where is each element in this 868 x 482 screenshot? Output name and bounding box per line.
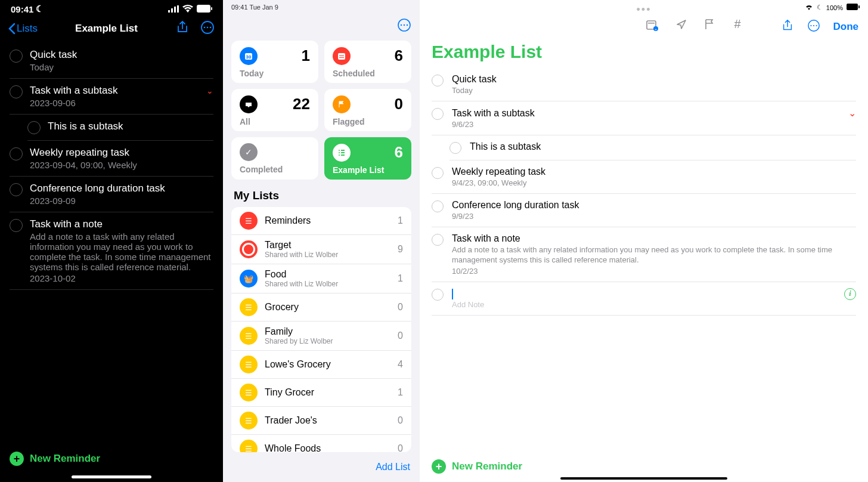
list-count: 0 (398, 415, 403, 426)
phone-task-list[interactable]: Quick taskToday Task with a subtask⌄2023… (0, 43, 223, 442)
main-list-title: Example List (420, 39, 868, 68)
task-note: Add a note to a task with any related in… (452, 245, 856, 265)
smart-completed[interactable]: ✓Completed (231, 137, 318, 180)
svg-rect-22 (341, 152, 345, 153)
list-item[interactable]: ☰Whole Foods0 (231, 435, 411, 452)
task-radio[interactable] (432, 200, 444, 212)
flag-icon[interactable] (704, 18, 715, 35)
list-name: Whole Foods (265, 443, 390, 452)
example-count: 6 (395, 143, 403, 162)
more-icon[interactable] (200, 20, 215, 37)
share-icon[interactable] (175, 20, 190, 37)
task-row[interactable]: Quick taskToday (432, 68, 856, 101)
plus-icon: + (10, 452, 24, 466)
svg-point-21 (339, 152, 340, 153)
list-item[interactable]: ☰Tiny Grocer1 (231, 379, 411, 407)
my-lists-header: My Lists (223, 180, 420, 207)
task-row[interactable]: Task with a noteAdd a note to a task wit… (432, 227, 856, 282)
list-item[interactable]: ☰FamilyShared by Liz Wolber0 (231, 322, 411, 351)
location-icon[interactable] (675, 18, 687, 35)
main-task-list[interactable]: Quick taskToday Task with a subtask⌄9/6/… (420, 68, 868, 316)
task-date: 2023-10-02 (30, 273, 213, 283)
task-radio[interactable] (432, 234, 444, 246)
ipad-status-left: 09:41 Tue Jan 9 (223, 0, 420, 14)
task-row[interactable]: Task with a noteAdd a note to a task wit… (10, 212, 213, 290)
task-radio[interactable] (10, 183, 23, 196)
chevron-down-icon[interactable]: ⌄ (848, 107, 856, 119)
list-icon: ☰ (240, 327, 258, 345)
task-row[interactable]: Weekly repeating task2023-09-04, 09:00, … (10, 141, 213, 177)
more-icon[interactable] (807, 19, 820, 35)
list-count: 0 (398, 302, 403, 313)
list-item[interactable]: ☰Lowe's Grocery4 (231, 351, 411, 379)
more-icon[interactable] (397, 18, 411, 35)
home-indicator[interactable] (560, 477, 727, 480)
task-row[interactable]: Task with a subtask⌄2023-09-06 (10, 79, 213, 115)
list-icon (333, 144, 351, 162)
list-icon: ☰ (240, 356, 258, 373)
done-button[interactable]: Done (833, 21, 859, 33)
info-icon[interactable]: i (844, 288, 856, 300)
svg-point-11 (401, 24, 402, 26)
cart-icon: 🧺 (240, 270, 258, 288)
list-name: Lowe's Grocery (265, 359, 390, 370)
home-indicator[interactable] (72, 475, 151, 478)
today-count: 1 (302, 47, 310, 65)
calendar-keyboard-icon[interactable]: + (646, 18, 659, 35)
smart-today[interactable]: 301Today (231, 41, 318, 83)
task-row[interactable]: Weekly repeating task9/4/23, 09:00, Week… (432, 160, 856, 194)
wifi-icon (805, 4, 813, 11)
task-row[interactable]: Conference long duration task2023-09-09 (10, 177, 213, 212)
list-item[interactable]: TargetShared with Liz Wolber9 (231, 235, 411, 264)
task-radio[interactable] (432, 167, 444, 179)
list-item[interactable]: ☰Reminders1 (231, 207, 411, 235)
task-title: Quick task (452, 74, 856, 85)
share-icon[interactable] (781, 19, 794, 35)
task-row[interactable]: Conference long duration task9/9/23 (432, 194, 856, 227)
list-name: Family (265, 326, 390, 337)
task-radio[interactable] (450, 142, 461, 154)
list-name: Food (265, 269, 390, 280)
scheduled-label: Scheduled (333, 69, 403, 78)
task-row-subtask[interactable]: This is a subtask (450, 135, 856, 160)
smart-flagged[interactable]: 0Flagged (324, 89, 411, 131)
smart-example-list[interactable]: 6Example List (324, 137, 411, 180)
task-radio[interactable] (10, 219, 23, 232)
svg-rect-26 (858, 5, 860, 8)
task-radio[interactable] (432, 75, 444, 86)
task-row[interactable]: Quick taskToday (10, 43, 213, 79)
svg-rect-5 (211, 7, 212, 10)
smart-lists-grid: 301Today 6Scheduled 22All 0Flagged ✓Comp… (223, 41, 420, 180)
back-button[interactable]: Lists (8, 23, 38, 35)
svg-text:#: # (734, 18, 741, 30)
task-row-subtask[interactable]: This is a subtask (27, 115, 213, 141)
new-task-row[interactable]: iAdd Note (432, 282, 856, 316)
task-title: Task with a note (452, 233, 856, 244)
battery-icon (847, 4, 860, 11)
add-list-button[interactable]: Add List (376, 462, 410, 472)
add-note-placeholder[interactable]: Add Note (452, 300, 856, 309)
task-title: Weekly repeating task (452, 166, 856, 177)
task-radio[interactable] (10, 50, 23, 63)
smart-scheduled[interactable]: 6Scheduled (324, 41, 411, 83)
list-item[interactable]: ☰Grocery0 (231, 293, 411, 322)
task-radio[interactable] (27, 121, 41, 134)
list-item[interactable]: ☰Trader Joe's0 (231, 407, 411, 435)
task-row[interactable]: Task with a subtask⌄9/6/23 (432, 101, 856, 135)
tag-icon[interactable]: # (731, 18, 743, 35)
list-icon: ☰ (240, 212, 258, 230)
svg-text:+: + (655, 27, 657, 31)
task-radio[interactable] (10, 85, 23, 98)
new-reminder-button[interactable]: + New Reminder (0, 442, 223, 475)
list-shared: Shared by Liz Wolber (265, 337, 390, 345)
list-item[interactable]: 🧺FoodShared with Liz Wolber1 (231, 264, 411, 293)
task-radio[interactable] (432, 289, 444, 301)
task-radio[interactable] (10, 147, 23, 160)
task-sub: 9/9/23 (452, 212, 856, 221)
task-title: Task with a subtask (30, 85, 117, 97)
svg-rect-3 (177, 5, 179, 13)
smart-all[interactable]: 22All (231, 89, 318, 131)
multitask-dots-icon[interactable]: ••• (637, 4, 652, 16)
task-radio[interactable] (432, 108, 444, 120)
chevron-down-icon[interactable]: ⌄ (206, 86, 213, 95)
